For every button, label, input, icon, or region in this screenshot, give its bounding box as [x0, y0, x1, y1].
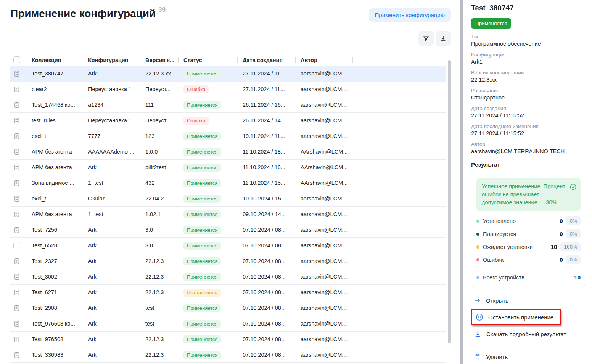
cell-version: 432 [140, 180, 178, 186]
filter-button[interactable] [418, 31, 434, 46]
column-header-configuration[interactable]: Конфигурация [83, 57, 140, 63]
row-leading[interactable] [10, 70, 26, 77]
table-row[interactable]: Test_6528 Ark 3.0 Применяется 07.10.2024… [10, 238, 446, 253]
cell-collection: Test_7256 [26, 227, 83, 233]
table-row[interactable]: clear2 Переустановка 1 Переуст... Ошибка… [10, 82, 446, 97]
stop-apply-button[interactable]: Остановить применение [476, 313, 553, 321]
cell-configuration: Ark [83, 289, 140, 295]
table-row[interactable]: Test_336983 Ark 22.12.3 Применяется 07.1… [10, 347, 446, 363]
table-row[interactable]: Test_174468 ко... a1234 111 Применяется … [10, 97, 446, 113]
cell-configuration: Okular [83, 196, 140, 202]
row-leading[interactable] [10, 86, 26, 93]
cell-version: 22.12.3.xx [140, 71, 178, 77]
cell-author: aarshavin@LCM.... [295, 71, 352, 77]
status-badge: Применяется [183, 70, 221, 78]
cell-configuration: Ark [83, 336, 140, 342]
column-header-date[interactable]: Дата создания [237, 57, 295, 63]
row-leading[interactable] [10, 242, 26, 249]
cell-configuration: a1234 [83, 102, 140, 108]
table-row[interactable]: АРМ без агента AAAAAAAdemo-... 1.0.0 При… [10, 144, 446, 160]
cell-configuration: AAAAAAAdemo-... [83, 149, 140, 155]
page-title-text: Применение конфигураций [10, 8, 156, 19]
status-badge: Ошибка [183, 117, 209, 125]
table-row[interactable]: АРМ без агента Ark pillr2test Применяетс… [10, 160, 446, 175]
table-row[interactable]: Test_3002 Ark 22.12.3 Применяется 07.10.… [10, 269, 446, 285]
cell-version: 22.12.3 [140, 258, 178, 264]
pause-circle-icon [476, 313, 483, 321]
table-row[interactable]: Test_6271 Ark 22.12.3 Остановлено 07.10.… [10, 285, 446, 300]
table-row[interactable]: Test_7256 Ark 3.0 Применяется 07.10.2024… [10, 222, 446, 238]
open-button[interactable]: Открыть [474, 297, 508, 304]
row-leading[interactable] [10, 164, 26, 171]
table-row[interactable]: АРМ без агента 1_test 1.02.1 Применяется… [10, 207, 446, 222]
row-leading[interactable] [10, 273, 26, 281]
export-button[interactable] [436, 31, 451, 46]
column-header-collection[interactable]: Коллекция [26, 57, 83, 63]
table-scrollbar[interactable] [448, 60, 451, 343]
row-checkbox[interactable] [13, 242, 20, 249]
download-result-button[interactable]: Скачать подробный результат [474, 330, 566, 338]
status-badge: Применяется [183, 179, 221, 187]
cell-status: Применяется [178, 132, 237, 140]
cell-status: Применяется [178, 148, 237, 156]
row-leading[interactable] [10, 289, 26, 296]
cell-author: aarshavin@LCM.... [295, 321, 352, 327]
row-leading[interactable] [10, 180, 26, 187]
cell-configuration: Ark [83, 321, 140, 327]
row-leading[interactable] [10, 320, 26, 327]
stat-label: Установлено [483, 218, 553, 224]
collection-icon [13, 305, 21, 312]
stat-label: Ожидает установки [483, 244, 548, 250]
result-message-text: Успешное применение. Процент ошибок не п… [482, 183, 566, 207]
stat-waiting: Ожидает установки 10 100% [476, 242, 581, 251]
cell-version: test [140, 305, 178, 311]
table-row[interactable]: Test_976508 Ark 22.12.3 Применяется 07.1… [10, 332, 446, 347]
cell-date: 09.10.2024 / 14... [237, 211, 295, 217]
cell-version: 1.0.0 [140, 149, 178, 155]
column-header-author[interactable]: Автор [295, 57, 352, 63]
column-header-version[interactable]: Версия к... [140, 57, 178, 63]
table-row[interactable]: Зона видимост... 1_test 432 Применяется … [10, 175, 446, 191]
stat-planned: Планируется 0 0% [476, 229, 581, 238]
cell-version: test [140, 321, 178, 327]
table-row[interactable]: Test_976508 ко... Ark test Применяется 0… [10, 316, 446, 332]
row-leading[interactable] [10, 195, 26, 202]
table-row[interactable]: Test_2327 Ark 22.12.3 Применяется 07.10.… [10, 253, 446, 269]
row-leading[interactable] [10, 305, 26, 312]
row-leading[interactable] [10, 336, 26, 343]
row-leading[interactable] [10, 101, 26, 109]
table-row[interactable]: excl_t Okular 22.04.2 Применяется 10.10.… [10, 191, 446, 207]
panel-divider-scrollbar[interactable] [460, 0, 463, 364]
apply-configuration-button[interactable]: Применить конфигурацию [369, 8, 451, 22]
cell-collection: Test_976508 ко... [26, 321, 83, 327]
row-leading[interactable] [10, 211, 26, 218]
stat-percent: 100% [560, 242, 581, 251]
table-row[interactable]: Test_2908 Ark test Применяется 07.10.202… [10, 300, 446, 316]
cell-author: aarshavin@LCM.... [295, 211, 352, 217]
cell-version: 22.12.3 [140, 274, 178, 280]
cell-version: 22.04.2 [140, 196, 178, 202]
cell-status: Применяется [178, 351, 237, 359]
table-row[interactable]: excl_t 7777 123 Применяется 19.11.2024 /… [10, 128, 446, 144]
cell-author: AArshavin@LCM... [295, 164, 352, 170]
row-leading[interactable] [10, 148, 26, 156]
row-leading[interactable] [10, 117, 26, 124]
row-leading[interactable] [10, 258, 26, 265]
row-leading[interactable] [10, 351, 26, 359]
panel-status-badge: Применяется [471, 18, 511, 29]
select-all-checkbox[interactable] [13, 56, 20, 63]
trash-icon [474, 353, 481, 360]
column-header-status[interactable]: Статус [178, 57, 237, 63]
cell-version: 3.0 [140, 227, 178, 233]
cell-date: 27.11.2024 / 11... [237, 86, 295, 92]
cell-collection: test_rules [26, 117, 83, 123]
status-badge: Применяется [183, 242, 221, 250]
panel-actions: Открыть Остановить применение [471, 297, 586, 360]
table-row[interactable]: test_rules Переустановка 1 Переуст... Ош… [10, 113, 446, 128]
row-leading[interactable] [10, 226, 26, 234]
cell-configuration: 1_test [83, 180, 140, 186]
row-leading[interactable] [10, 133, 26, 140]
filter-icon [423, 35, 430, 42]
delete-button[interactable]: Удалить [474, 353, 508, 360]
table-row[interactable]: Test_380747 Ark1 22.12.3.xx Применяется … [10, 66, 446, 82]
